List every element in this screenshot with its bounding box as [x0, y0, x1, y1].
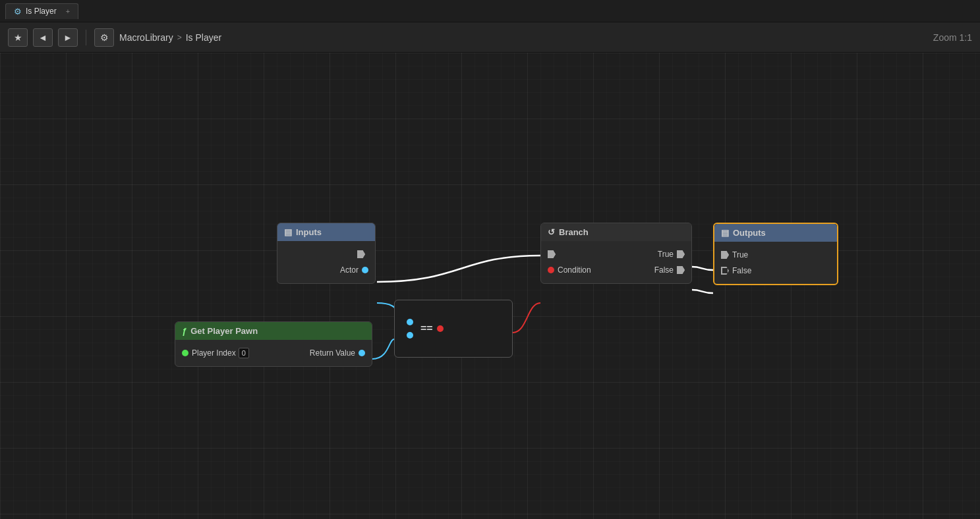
- settings-button[interactable]: ⚙: [94, 28, 114, 47]
- branch-false-pin[interactable]: [677, 266, 685, 274]
- branch-node[interactable]: ↺ Branch True Condition False: [540, 223, 692, 284]
- tab-icon: ⚙: [14, 7, 22, 16]
- outputs-header-label: Outputs: [733, 228, 766, 238]
- equal-node[interactable]: ==: [394, 300, 513, 358]
- exec-out-row: [277, 246, 375, 262]
- exec-out-pin[interactable]: [357, 250, 365, 258]
- outputs-true-pin[interactable]: [721, 251, 729, 259]
- branch-exec-in[interactable]: [548, 250, 556, 258]
- actor-label: Actor: [340, 265, 359, 275]
- get-player-pawn-label: Get Player Pawn: [190, 326, 258, 336]
- toolbar: ★ ◄ ► ⚙ MacroLibrary > Is Player Zoom 1:…: [0, 22, 980, 53]
- branch-false-label: False: [654, 265, 674, 275]
- get-player-pawn-node[interactable]: ƒ Get Player Pawn Player Index 0 Return …: [175, 321, 372, 367]
- back-button[interactable]: ◄: [33, 28, 53, 47]
- breadcrumb-library[interactable]: MacroLibrary: [119, 32, 173, 43]
- blueprint-canvas[interactable]: ▤ Inputs Actor ƒ Get Player Pawn Player …: [0, 53, 980, 519]
- zoom-label: Zoom 1:1: [933, 32, 972, 43]
- player-index-value[interactable]: 0: [239, 348, 249, 358]
- outputs-true-row: True: [714, 247, 837, 263]
- outputs-node-body: True False: [714, 242, 837, 284]
- actor-out-pin[interactable]: [362, 267, 368, 273]
- branch-condition-row: Condition False: [541, 262, 691, 278]
- tab-close-button[interactable]: +: [66, 7, 70, 15]
- outputs-false-row: False: [714, 263, 837, 279]
- equal-out-pin[interactable]: [437, 325, 444, 332]
- get-player-pawn-body: Player Index 0 Return Value: [175, 340, 372, 366]
- outputs-node[interactable]: ▤ Outputs True False: [713, 223, 838, 285]
- inputs-header-label: Inputs: [296, 227, 322, 237]
- branch-true-pin[interactable]: [677, 250, 685, 258]
- outputs-false-pin[interactable]: [721, 267, 729, 275]
- branch-header-label: Branch: [559, 227, 589, 237]
- tab-label: Is Player: [26, 7, 57, 16]
- inputs-header-icon: ▤: [284, 227, 292, 237]
- inputs-node-header: ▤ Inputs: [277, 223, 375, 241]
- player-index-pin[interactable]: [182, 350, 188, 356]
- inputs-node[interactable]: ▤ Inputs Actor: [277, 223, 376, 284]
- player-index-row: Player Index 0 Return Value: [175, 345, 372, 361]
- get-player-pawn-header: ƒ Get Player Pawn: [175, 322, 372, 340]
- equal-operator: ==: [420, 323, 433, 335]
- title-bar: ⚙ Is Player +: [0, 0, 980, 22]
- outputs-node-header: ▤ Outputs: [714, 224, 837, 242]
- breadcrumb-separator: >: [177, 33, 182, 42]
- equal-in-pin-1[interactable]: [407, 319, 413, 325]
- branch-true-label: True: [658, 250, 674, 259]
- outputs-header-icon: ▤: [721, 228, 729, 238]
- inputs-node-body: Actor: [277, 241, 375, 283]
- equal-node-body: ==: [395, 300, 512, 357]
- branch-exec-row: True: [541, 246, 691, 262]
- tab[interactable]: ⚙ Is Player +: [5, 3, 78, 19]
- equal-in-pin-2[interactable]: [407, 332, 413, 339]
- equal-inputs: [407, 319, 417, 339]
- branch-condition-label: Condition: [558, 265, 591, 275]
- branch-node-header: ↺ Branch: [541, 223, 691, 241]
- connections-overlay: [0, 53, 980, 519]
- forward-button[interactable]: ►: [58, 28, 78, 47]
- outputs-false-label: False: [732, 266, 751, 275]
- return-value-label: Return Value: [249, 348, 355, 358]
- outputs-true-label: True: [732, 250, 748, 260]
- separator: [86, 30, 86, 45]
- breadcrumb: MacroLibrary > Is Player: [119, 32, 221, 43]
- return-value-pin[interactable]: [359, 350, 365, 356]
- favorite-button[interactable]: ★: [8, 28, 28, 47]
- function-icon: ƒ: [182, 326, 187, 336]
- player-index-label: Player Index: [192, 348, 236, 358]
- branch-condition-pin[interactable]: [548, 267, 554, 273]
- breadcrumb-current: Is Player: [186, 32, 221, 43]
- branch-node-body: True Condition False: [541, 241, 691, 283]
- branch-icon: ↺: [548, 227, 555, 237]
- actor-out-row: Actor: [277, 262, 375, 278]
